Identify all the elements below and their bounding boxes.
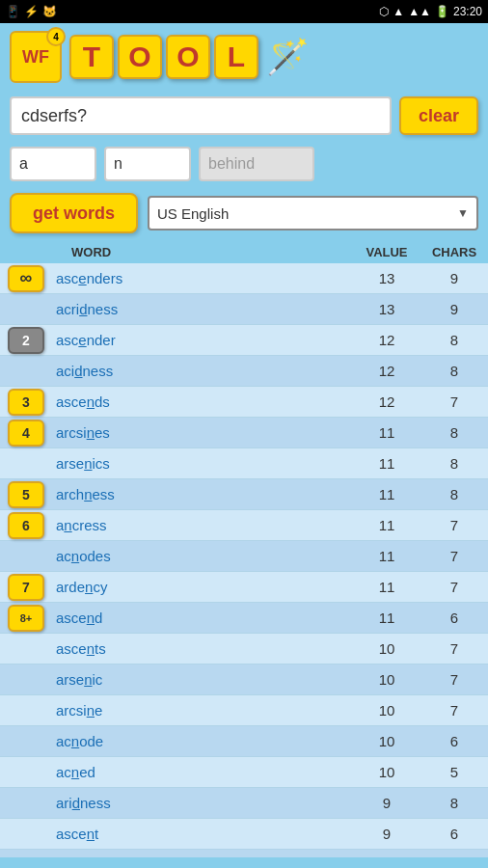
word-text[interactable]: acidness — [52, 363, 353, 379]
word-text[interactable]: ascenders — [52, 270, 353, 286]
table-row[interactable]: 5archness118 — [0, 479, 488, 510]
status-left-icons: 📱 ⚡ 🐱 — [6, 5, 57, 18]
word-chars: 8 — [420, 424, 488, 441]
search-area: clear — [0, 91, 488, 141]
clear-button[interactable]: clear — [399, 96, 478, 135]
word-text[interactable]: arcsine — [52, 702, 353, 719]
results-list[interactable]: ∞ascenders139acridness1392ascender128aci… — [0, 263, 488, 857]
badge-tile: 7 — [8, 574, 44, 601]
word-chars: 5 — [420, 764, 488, 780]
word-chars: 6 — [420, 856, 488, 857]
col-header-value: VALUE — [353, 245, 420, 259]
table-row[interactable]: arsenics118 — [0, 448, 488, 479]
table-row[interactable]: 3ascends127 — [0, 387, 488, 418]
word-chars: 7 — [420, 640, 488, 657]
word-text[interactable]: ascend — [52, 610, 353, 626]
word-value: 10 — [353, 640, 420, 657]
table-row[interactable]: ascents107 — [0, 634, 488, 665]
badge-tile: 2 — [8, 327, 44, 354]
table-row[interactable]: arcsine107 — [0, 695, 488, 726]
table-row[interactable]: 7ardency117 — [0, 572, 488, 603]
row-badge — [0, 634, 52, 665]
table-row[interactable]: 4arcsines118 — [0, 418, 488, 448]
word-text[interactable]: acridness — [52, 301, 353, 317]
word-value: 11 — [353, 424, 420, 441]
word-value: 11 — [353, 486, 420, 502]
table-row[interactable]: 2ascender128 — [0, 325, 488, 356]
word-chars: 6 — [420, 610, 488, 626]
word-value: 13 — [353, 301, 420, 317]
col-header-chars: CHARS — [420, 245, 488, 259]
status-bar: 📱 ⚡ 🐱 ⬡ ▲ ▲▲ 🔋 23:20 — [0, 0, 488, 23]
table-row[interactable]: ∞ascenders139 — [0, 263, 488, 294]
word-value: 10 — [353, 702, 420, 719]
word-text[interactable]: ascents — [52, 640, 353, 657]
word-value: 12 — [353, 332, 420, 348]
word-text[interactable]: ascender — [52, 332, 353, 348]
row-badge — [0, 541, 52, 572]
col-header-word: WORD — [68, 245, 353, 259]
row-badge: 3 — [0, 387, 52, 418]
table-row[interactable]: ascent96 — [0, 819, 488, 850]
table-row[interactable]: acnodes117 — [0, 541, 488, 572]
row-badge: 8+ — [0, 603, 52, 634]
tile-o2: O — [166, 35, 210, 79]
word-chars: 8 — [420, 486, 488, 502]
word-chars: 8 — [420, 363, 488, 379]
word-text[interactable]: aridness — [52, 795, 353, 811]
word-text[interactable]: ancress — [52, 517, 353, 533]
logo-badge: 4 — [46, 27, 66, 46]
table-row[interactable]: 8+ascend116 — [0, 603, 488, 634]
dropdown-arrow-icon: ▼ — [457, 206, 469, 220]
wifi-icon: ▲ — [393, 5, 404, 18]
word-chars: 7 — [420, 671, 488, 688]
word-chars: 6 — [420, 733, 488, 749]
table-row[interactable]: acned105 — [0, 757, 488, 788]
word-text[interactable]: acned — [52, 764, 353, 780]
word-value: 11 — [353, 610, 420, 626]
language-label: US English — [157, 205, 229, 222]
word-text[interactable]: archness — [52, 486, 353, 502]
word-value: 9 — [353, 856, 420, 857]
row-badge — [0, 726, 52, 757]
row-badge: 6 — [0, 510, 52, 541]
row-badge — [0, 850, 52, 858]
bluetooth-icon: ⬡ — [379, 5, 389, 18]
tile-o1: O — [118, 35, 162, 79]
row-badge — [0, 356, 52, 387]
row-badge: 2 — [0, 325, 52, 356]
contains-input[interactable] — [104, 147, 191, 181]
word-text[interactable]: acnode — [52, 733, 353, 749]
word-value: 11 — [353, 579, 420, 595]
table-row[interactable]: 6ancress117 — [0, 510, 488, 541]
table-row[interactable]: acorns96 — [0, 850, 488, 857]
word-text[interactable]: acnodes — [52, 548, 353, 564]
word-chars: 9 — [420, 270, 488, 286]
word-value: 12 — [353, 393, 420, 410]
word-chars: 9 — [420, 301, 488, 317]
language-select[interactable]: US English ▼ — [148, 196, 478, 231]
table-header: WORD VALUE CHARS — [0, 239, 488, 263]
row-badge — [0, 757, 52, 788]
word-text[interactable]: arsenic — [52, 671, 353, 688]
word-text[interactable]: ascends — [52, 393, 353, 410]
table-row[interactable]: aridness98 — [0, 788, 488, 819]
word-text[interactable]: ascent — [52, 826, 353, 842]
table-row[interactable]: arsenic107 — [0, 665, 488, 695]
table-row[interactable]: acridness139 — [0, 294, 488, 325]
badge-tile: 4 — [8, 420, 44, 447]
word-value: 13 — [353, 270, 420, 286]
table-row[interactable]: acidness128 — [0, 356, 488, 387]
word-text[interactable]: ardency — [52, 579, 353, 595]
table-row[interactable]: acnode106 — [0, 726, 488, 757]
word-text[interactable]: arsenics — [52, 455, 353, 472]
starts-with-input[interactable] — [10, 147, 96, 181]
get-words-button[interactable]: get words — [10, 193, 138, 233]
row-badge — [0, 294, 52, 325]
word-text[interactable]: arcsines — [52, 424, 353, 441]
tile-l: L — [214, 35, 258, 79]
search-input[interactable] — [10, 96, 392, 135]
word-chars: 6 — [420, 826, 488, 842]
word-text[interactable]: acorns — [52, 856, 353, 857]
phone-icon: 📱 — [6, 5, 20, 18]
